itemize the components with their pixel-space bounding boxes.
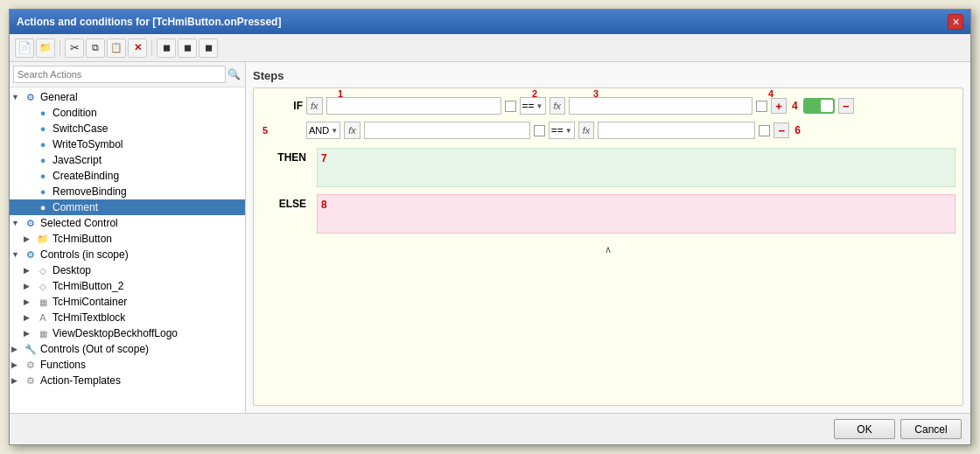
title-bar-text: Actions and conditions for [TcHmiButton.… (17, 16, 281, 28)
checkbox-and-1[interactable] (534, 125, 545, 136)
delete-button[interactable]: ✕ (128, 38, 147, 58)
sidebar-label-switchcase: SwitchCase (52, 122, 108, 135)
sidebar-label-controls-inscope: Controls (in scope) (40, 248, 129, 261)
fx-button-if-1[interactable]: fx (306, 97, 323, 115)
main-dialog: Actions and conditions for [TcHmiButton.… (9, 9, 971, 445)
sidebar-label-controls-outscope: Controls (Out of scope) (40, 343, 149, 355)
folder-icon-tchmibutton2: ◇ (36, 279, 50, 293)
sidebar-item-viewdesktop[interactable]: ▶ ▦ ViewDesktopBeckhoffLogo (10, 325, 245, 341)
folder-icon-tchmibutton: 📁 (36, 232, 50, 246)
num-7-label: 7 (321, 152, 327, 164)
sidebar-item-tchmibutton2[interactable]: ▶ ◇ TcHmiButton_2 (10, 278, 245, 294)
sidebar-label-tchmibutton2: TcHmiButton_2 (52, 280, 123, 292)
sidebar-item-selected-control[interactable]: ▼ ⚙ Selected Control (10, 215, 245, 231)
if-row: 1 2 3 4 IF fx == ▼ fx (261, 95, 956, 116)
extra-button-3[interactable]: ◼ (199, 38, 218, 58)
bottom-bar: OK Cancel (10, 413, 970, 444)
num-5-label: 5 (262, 125, 268, 136)
sidebar-item-general[interactable]: ▼ ⚙ General (10, 89, 245, 105)
then-block[interactable]: 7 (317, 148, 956, 187)
sidebar-label-selected-control: Selected Control (40, 217, 118, 229)
add-condition-button[interactable]: + (771, 98, 787, 114)
search-input[interactable] (13, 66, 226, 83)
num-3-label: 3 (593, 88, 598, 99)
paste-button[interactable]: 📋 (107, 38, 126, 58)
extra-button-2[interactable]: ◼ (178, 38, 197, 58)
folder-icon-desktop: ◇ (36, 263, 50, 277)
sidebar-label-viewdesktop: ViewDesktopBeckhoffLogo (52, 327, 178, 339)
close-button[interactable]: ✕ (948, 14, 963, 30)
folder-icon-controls-inscope: ⚙ (24, 248, 38, 262)
checkbox-and-2[interactable] (759, 125, 770, 136)
else-block[interactable]: 8 (317, 194, 956, 234)
fx-button-and-2[interactable]: fx (578, 122, 595, 139)
sidebar-label-functions: Functions (40, 359, 86, 371)
sidebar-label-action-templates: Action-Templates (40, 374, 121, 387)
sidebar-item-switchcase[interactable]: ● SwitchCase (10, 121, 245, 136)
expand-icon-action-templates: ▶ (11, 376, 24, 385)
expand-icon-controls-inscope: ▼ (11, 250, 24, 259)
sidebar-item-functions[interactable]: ▶ ⚙ Functions (10, 357, 245, 373)
sidebar-label-tchmibutton: TcHmiButton (52, 233, 112, 245)
remove-and-button[interactable]: − (774, 122, 789, 138)
ok-button[interactable]: OK (834, 419, 895, 439)
dropdown-arrow-if: ▼ (536, 102, 543, 110)
sidebar-item-condition[interactable]: ● Condition (10, 105, 245, 121)
num-1-label: 1 (338, 88, 343, 99)
expand-icon-tchmitext: ▶ (24, 313, 36, 322)
else-row: ELSE 8 (261, 194, 956, 234)
sidebar-item-controls-outscope[interactable]: ▶ 🔧 Controls (Out of scope) (10, 341, 245, 357)
sidebar-item-desktop[interactable]: ▶ ◇ Desktop (10, 262, 245, 278)
collapse-button[interactable]: ∧ (605, 244, 612, 255)
copy-button[interactable]: ⧉ (86, 38, 105, 58)
cancel-button[interactable]: Cancel (900, 419, 962, 439)
operator-select-if[interactable]: == ▼ (520, 97, 546, 115)
operator-select-and[interactable]: == ▼ (549, 122, 575, 139)
sidebar-item-removebinding[interactable]: ● RemoveBinding (10, 184, 245, 199)
fx-input-if-2[interactable] (569, 97, 752, 115)
search-icon: 🔍 (226, 66, 242, 82)
open-icon: 📁 (39, 42, 52, 53)
sidebar-item-action-templates[interactable]: ▶ ⚙ Action-Templates (10, 373, 245, 388)
new-button[interactable]: 📄 (15, 38, 34, 58)
tree-container: ▼ ⚙ General ● Condition ● SwitchCase ● (10, 87, 245, 413)
gear-icon-action-templates: ⚙ (24, 374, 38, 388)
extra-icon-3: ◼ (205, 42, 213, 53)
remove-if-button[interactable]: − (838, 98, 854, 114)
cut-icon: ✂ (70, 41, 80, 54)
expand-icon-desktop: ▶ (24, 266, 36, 275)
fx-input-if-1[interactable] (326, 97, 501, 115)
circle-icon-javascript: ● (36, 153, 50, 167)
fx-input-and-1[interactable] (364, 122, 530, 139)
sidebar-item-comment[interactable]: ● Comment (10, 199, 245, 215)
checkbox-if-2[interactable] (756, 101, 767, 112)
and-select[interactable]: AND ▼ (306, 122, 340, 139)
extra-button-1[interactable]: ◼ (157, 38, 176, 58)
circle-icon-condition: ● (36, 106, 50, 120)
open-button[interactable]: 📁 (36, 38, 55, 58)
sidebar-item-controls-inscope[interactable]: ▼ ⚙ Controls (in scope) (10, 247, 245, 262)
expand-icon-tchmibutton: ▶ (24, 234, 36, 243)
toggle-knob-if (821, 100, 833, 112)
sidebar-label-removebinding: RemoveBinding (52, 185, 127, 198)
fx-input-and-2[interactable] (598, 122, 755, 139)
fx-button-if-2[interactable]: fx (550, 97, 566, 115)
toggle-switch-if[interactable] (803, 98, 835, 114)
fx-button-and-1[interactable]: fx (344, 122, 360, 139)
sidebar-item-tchmitext[interactable]: ▶ A TcHmiTextblock (10, 310, 245, 325)
delete-icon: ✕ (134, 42, 142, 53)
checkbox-if-1[interactable] (505, 101, 516, 112)
sidebar-item-javascript[interactable]: ● JavaScript (10, 152, 245, 168)
sidebar-item-tchmibutton[interactable]: ▶ 📁 TcHmiButton (10, 231, 245, 247)
right-panel: Steps 1 2 3 4 IF fx == ▼ (246, 62, 970, 413)
sidebar-item-writetosymbol[interactable]: ● WriteToSymbol (10, 136, 245, 152)
search-box: 🔍 (10, 62, 245, 87)
sidebar-item-tchmicontainer[interactable]: ▶ ▦ TcHmiContainer (10, 294, 245, 310)
toolbar-sep-2 (151, 40, 152, 56)
cut-button[interactable]: ✂ (65, 38, 84, 58)
new-icon: 📄 (18, 41, 32, 54)
toolbar-sep-1 (60, 40, 60, 56)
sidebar-item-createbinding[interactable]: ● CreateBinding (10, 168, 245, 184)
then-label: THEN (277, 151, 306, 164)
then-label-wrapper: THEN (261, 148, 306, 187)
